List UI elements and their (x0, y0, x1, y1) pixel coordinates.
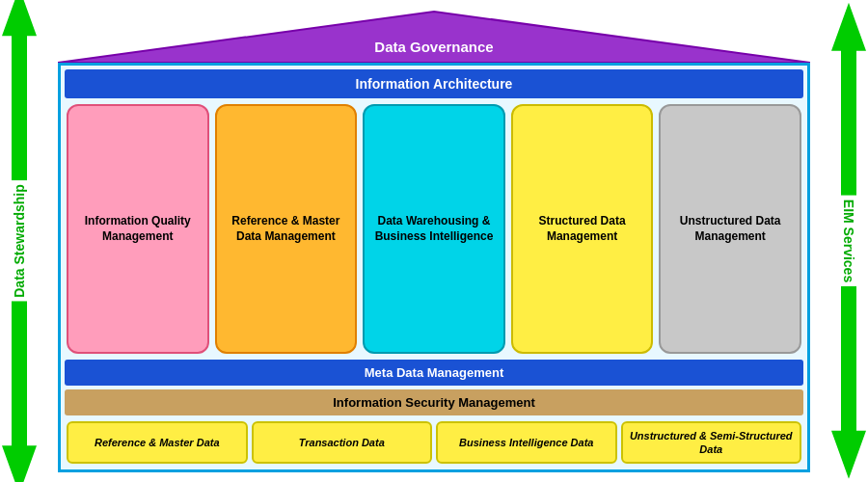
data-type-reference-label: Reference & Master Data (95, 436, 220, 449)
down-arrow-right (831, 286, 866, 479)
up-arrow-left (2, 0, 37, 180)
data-types-row: Reference & Master Data Transaction Data… (65, 419, 803, 466)
svg-marker-3 (831, 3, 866, 196)
meta-data-bar: Meta Data Management (65, 360, 803, 386)
unstructured-data-label: Unstructured Data Management (666, 214, 794, 244)
management-boxes-row: Information Quality Management Reference… (65, 102, 803, 356)
data-type-reference: Reference & Master Data (67, 421, 248, 464)
info-architecture-label: Information Architecture (356, 76, 513, 92)
diagram-container: Data Governance Information Architecture… (58, 10, 810, 472)
structured-data-label: Structured Data Management (519, 214, 646, 244)
left-arrow-label: Data Stewardship (12, 184, 27, 297)
info-quality-box: Information Quality Management (67, 104, 209, 354)
down-arrow-left (2, 302, 37, 482)
building-body: Information Architecture Information Qua… (58, 63, 810, 472)
left-arrow-container: Data Stewardship (2, 0, 37, 482)
svg-marker-5 (58, 12, 810, 63)
data-type-unstructured-label: Unstructured & Semi-Structured Data (626, 429, 798, 457)
info-quality-label: Information Quality Management (74, 214, 202, 244)
reference-master-box: Reference & Master Data Management (215, 104, 358, 354)
security-label: Information Security Management (333, 395, 534, 410)
meta-data-label: Meta Data Management (365, 365, 503, 380)
data-warehousing-box: Data Warehousing & Business Intelligence (363, 104, 505, 354)
right-arrow-container: EIM Services (831, 3, 866, 479)
right-arrow-label: EIM Services (841, 200, 856, 282)
roof-section: Data Governance (58, 10, 810, 63)
data-type-bi-label: Business Intelligence Data (459, 436, 593, 449)
data-type-transaction: Transaction Data (252, 421, 433, 464)
unstructured-data-box: Unstructured Data Management (659, 104, 801, 354)
info-architecture-bar: Information Architecture (65, 69, 803, 98)
security-bar: Information Security Management (65, 389, 803, 415)
svg-marker-1 (2, 0, 37, 180)
reference-master-label: Reference & Master Data Management (223, 214, 350, 244)
data-warehousing-label: Data Warehousing & Business Intelligence (370, 214, 498, 244)
structured-data-box: Structured Data Management (511, 104, 654, 354)
svg-marker-2 (2, 302, 37, 482)
data-type-bi: Business Intelligence Data (436, 421, 617, 464)
data-governance-label: Data Governance (374, 39, 493, 55)
data-type-unstructured: Unstructured & Semi-Structured Data (621, 421, 802, 464)
svg-marker-4 (831, 286, 866, 479)
data-type-transaction-label: Transaction Data (299, 436, 385, 449)
up-arrow-right (831, 3, 866, 196)
